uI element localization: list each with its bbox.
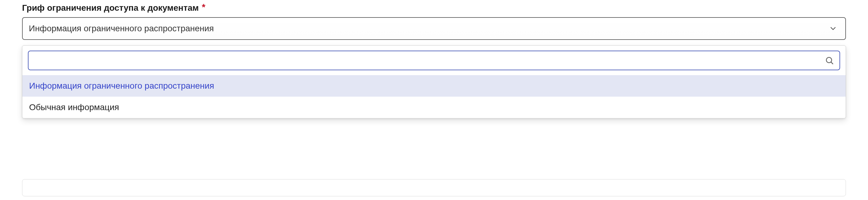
secondary-text-field[interactable] [22,179,846,196]
access-level-select[interactable]: Информация ограниченного распространения [22,17,846,40]
dropdown-option[interactable]: Обычная информация [22,96,846,118]
dropdown-search-input[interactable] [34,56,825,66]
search-icon [825,56,834,65]
dropdown-option[interactable]: Информация ограниченного распространения [22,75,846,96]
field-label-text: Гриф ограничения доступа к документам [22,3,198,13]
select-current-value: Информация ограниченного распространения [29,24,214,33]
dropdown-panel: Информация ограниченного распространения… [22,46,846,118]
svg-line-1 [831,62,833,64]
chevron-down-icon [829,24,837,33]
dropdown-options: Информация ограниченного распространения… [22,75,846,118]
dropdown-option-label: Информация ограниченного распространения [29,81,214,91]
dropdown-search-box[interactable] [28,51,840,70]
field-label: Гриф ограничения доступа к документам * [22,3,846,13]
required-asterisk: * [202,2,205,12]
secondary-text-input[interactable] [28,183,840,193]
dropdown-option-label: Обычная информация [29,103,119,112]
